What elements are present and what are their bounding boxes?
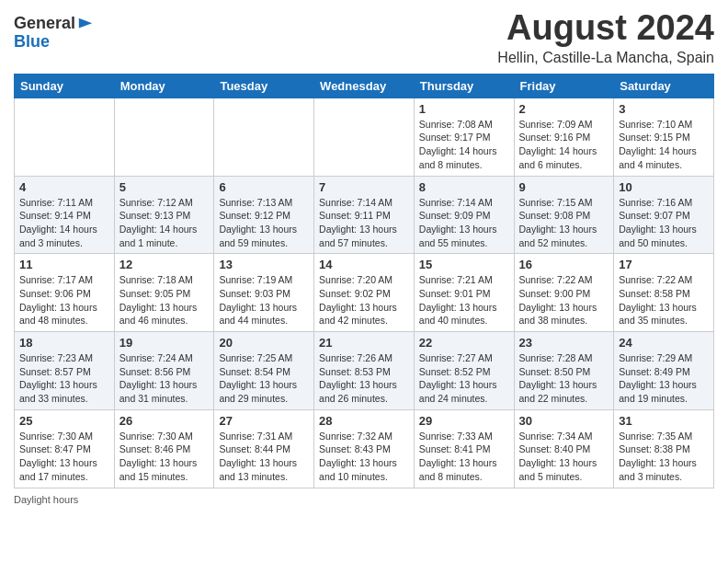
day-info: Sunrise: 7:09 AMSunset: 9:16 PMDaylight:… <box>519 118 609 172</box>
calendar-week-row: 1Sunrise: 7:08 AMSunset: 9:17 PMDaylight… <box>15 98 714 176</box>
logo-general-text: General <box>14 15 75 33</box>
day-info: Sunrise: 7:30 AMSunset: 8:47 PMDaylight:… <box>19 430 109 484</box>
day-number: 8 <box>419 180 509 194</box>
day-number: 16 <box>519 258 609 271</box>
day-number: 24 <box>619 336 709 350</box>
day-number: 13 <box>219 258 309 271</box>
day-info: Sunrise: 7:20 AMSunset: 9:02 PMDaylight:… <box>319 273 409 327</box>
day-number: 11 <box>19 258 109 271</box>
day-info: Sunrise: 7:14 AMSunset: 9:11 PMDaylight:… <box>319 196 409 250</box>
day-number: 30 <box>519 414 609 428</box>
calendar-cell <box>114 98 214 176</box>
day-number: 21 <box>319 336 409 350</box>
calendar-cell: 2Sunrise: 7:09 AMSunset: 9:16 PMDaylight… <box>514 98 614 176</box>
day-info: Sunrise: 7:27 AMSunset: 8:52 PMDaylight:… <box>419 351 509 406</box>
month-year-title: August 2024 <box>497 9 714 48</box>
calendar-cell: 18Sunrise: 7:23 AMSunset: 8:57 PMDayligh… <box>15 332 115 410</box>
logo: General Blue <box>14 14 94 52</box>
day-info: Sunrise: 7:25 AMSunset: 8:54 PMDaylight:… <box>219 351 309 406</box>
calendar-cell: 14Sunrise: 7:20 AMSunset: 9:02 PMDayligh… <box>314 254 415 332</box>
header-friday: Friday <box>514 74 614 98</box>
calendar-cell <box>314 98 415 176</box>
day-number: 17 <box>619 258 709 271</box>
calendar-cell: 7Sunrise: 7:14 AMSunset: 9:11 PMDaylight… <box>314 176 415 254</box>
header-wednesday: Wednesday <box>314 74 415 98</box>
calendar-cell: 8Sunrise: 7:14 AMSunset: 9:09 PMDaylight… <box>414 176 514 254</box>
day-info: Sunrise: 7:12 AMSunset: 9:13 PMDaylight:… <box>119 196 210 250</box>
day-info: Sunrise: 7:30 AMSunset: 8:46 PMDaylight:… <box>119 430 210 484</box>
calendar-cell: 19Sunrise: 7:24 AMSunset: 8:56 PMDayligh… <box>114 332 214 410</box>
calendar-cell: 28Sunrise: 7:32 AMSunset: 8:43 PMDayligh… <box>314 409 415 488</box>
day-info: Sunrise: 7:15 AMSunset: 9:08 PMDaylight:… <box>519 196 609 250</box>
day-info: Sunrise: 7:29 AMSunset: 8:49 PMDaylight:… <box>619 351 709 406</box>
header-tuesday: Tuesday <box>214 74 314 98</box>
header-sunday: Sunday <box>15 74 115 98</box>
calendar-cell: 26Sunrise: 7:30 AMSunset: 8:46 PMDayligh… <box>114 409 214 488</box>
day-info: Sunrise: 7:19 AMSunset: 9:03 PMDaylight:… <box>219 273 309 327</box>
day-number: 15 <box>419 258 509 271</box>
calendar-cell: 29Sunrise: 7:33 AMSunset: 8:41 PMDayligh… <box>414 409 514 488</box>
day-number: 28 <box>319 414 409 428</box>
calendar-week-row: 11Sunrise: 7:17 AMSunset: 9:06 PMDayligh… <box>15 254 714 332</box>
calendar-cell: 24Sunrise: 7:29 AMSunset: 8:49 PMDayligh… <box>614 332 714 410</box>
day-number: 2 <box>519 102 609 116</box>
calendar-week-row: 25Sunrise: 7:30 AMSunset: 8:47 PMDayligh… <box>15 409 714 488</box>
day-info: Sunrise: 7:13 AMSunset: 9:12 PMDaylight:… <box>219 196 309 250</box>
day-number: 19 <box>119 336 210 350</box>
calendar-cell: 3Sunrise: 7:10 AMSunset: 9:15 PMDaylight… <box>614 98 714 176</box>
day-info: Sunrise: 7:18 AMSunset: 9:05 PMDaylight:… <box>119 273 210 327</box>
title-area: August 2024 Hellin, Castille-La Mancha, … <box>497 9 714 66</box>
location-subtitle: Hellin, Castille-La Mancha, Spain <box>497 50 714 66</box>
page-header: General Blue August 2024 Hellin, Castill… <box>14 9 714 66</box>
day-number: 3 <box>619 102 709 116</box>
day-number: 6 <box>219 180 309 194</box>
day-number: 10 <box>619 180 709 194</box>
day-number: 25 <box>19 414 109 428</box>
calendar-table: SundayMondayTuesdayWednesdayThursdayFrid… <box>14 74 714 488</box>
day-number: 9 <box>519 180 609 194</box>
day-number: 4 <box>19 180 109 194</box>
day-info: Sunrise: 7:26 AMSunset: 8:53 PMDaylight:… <box>319 351 409 406</box>
calendar-week-row: 18Sunrise: 7:23 AMSunset: 8:57 PMDayligh… <box>15 332 714 410</box>
day-info: Sunrise: 7:08 AMSunset: 9:17 PMDaylight:… <box>419 118 509 172</box>
calendar-cell: 9Sunrise: 7:15 AMSunset: 9:08 PMDaylight… <box>514 176 614 254</box>
day-number: 7 <box>319 180 409 194</box>
day-info: Sunrise: 7:24 AMSunset: 8:56 PMDaylight:… <box>119 351 210 406</box>
day-number: 22 <box>419 336 509 350</box>
day-info: Sunrise: 7:23 AMSunset: 8:57 PMDaylight:… <box>19 351 109 406</box>
logo-flag-icon <box>77 17 94 33</box>
calendar-cell: 13Sunrise: 7:19 AMSunset: 9:03 PMDayligh… <box>214 254 314 332</box>
day-number: 29 <box>419 414 509 428</box>
day-info: Sunrise: 7:22 AMSunset: 8:58 PMDaylight:… <box>619 273 709 327</box>
day-number: 20 <box>219 336 309 350</box>
day-number: 23 <box>519 336 609 350</box>
calendar-cell <box>15 98 115 176</box>
calendar-cell: 12Sunrise: 7:18 AMSunset: 9:05 PMDayligh… <box>114 254 214 332</box>
day-info: Sunrise: 7:35 AMSunset: 8:38 PMDaylight:… <box>619 430 709 484</box>
day-number: 27 <box>219 414 309 428</box>
calendar-cell: 10Sunrise: 7:16 AMSunset: 9:07 PMDayligh… <box>614 176 714 254</box>
calendar-cell: 30Sunrise: 7:34 AMSunset: 8:40 PMDayligh… <box>514 409 614 488</box>
calendar-cell: 31Sunrise: 7:35 AMSunset: 8:38 PMDayligh… <box>614 409 714 488</box>
calendar-cell: 23Sunrise: 7:28 AMSunset: 8:50 PMDayligh… <box>514 332 614 410</box>
day-number: 5 <box>119 180 210 194</box>
day-info: Sunrise: 7:11 AMSunset: 9:14 PMDaylight:… <box>19 196 109 250</box>
day-info: Sunrise: 7:14 AMSunset: 9:09 PMDaylight:… <box>419 196 509 250</box>
calendar-cell: 17Sunrise: 7:22 AMSunset: 8:58 PMDayligh… <box>614 254 714 332</box>
day-info: Sunrise: 7:32 AMSunset: 8:43 PMDaylight:… <box>319 430 409 484</box>
calendar-header-row: SundayMondayTuesdayWednesdayThursdayFrid… <box>15 74 714 98</box>
header-thursday: Thursday <box>414 74 514 98</box>
calendar-cell: 22Sunrise: 7:27 AMSunset: 8:52 PMDayligh… <box>414 332 514 410</box>
day-info: Sunrise: 7:34 AMSunset: 8:40 PMDaylight:… <box>519 430 609 484</box>
calendar-cell: 6Sunrise: 7:13 AMSunset: 9:12 PMDaylight… <box>214 176 314 254</box>
calendar-cell: 11Sunrise: 7:17 AMSunset: 9:06 PMDayligh… <box>15 254 115 332</box>
day-number: 26 <box>119 414 210 428</box>
calendar-cell: 25Sunrise: 7:30 AMSunset: 8:47 PMDayligh… <box>15 409 115 488</box>
calendar-cell <box>214 98 314 176</box>
day-number: 31 <box>619 414 709 428</box>
calendar-cell: 16Sunrise: 7:22 AMSunset: 9:00 PMDayligh… <box>514 254 614 332</box>
footer-note: Daylight hours <box>14 494 714 505</box>
day-info: Sunrise: 7:21 AMSunset: 9:01 PMDaylight:… <box>419 273 509 327</box>
calendar-cell: 27Sunrise: 7:31 AMSunset: 8:44 PMDayligh… <box>214 409 314 488</box>
calendar-cell: 15Sunrise: 7:21 AMSunset: 9:01 PMDayligh… <box>414 254 514 332</box>
